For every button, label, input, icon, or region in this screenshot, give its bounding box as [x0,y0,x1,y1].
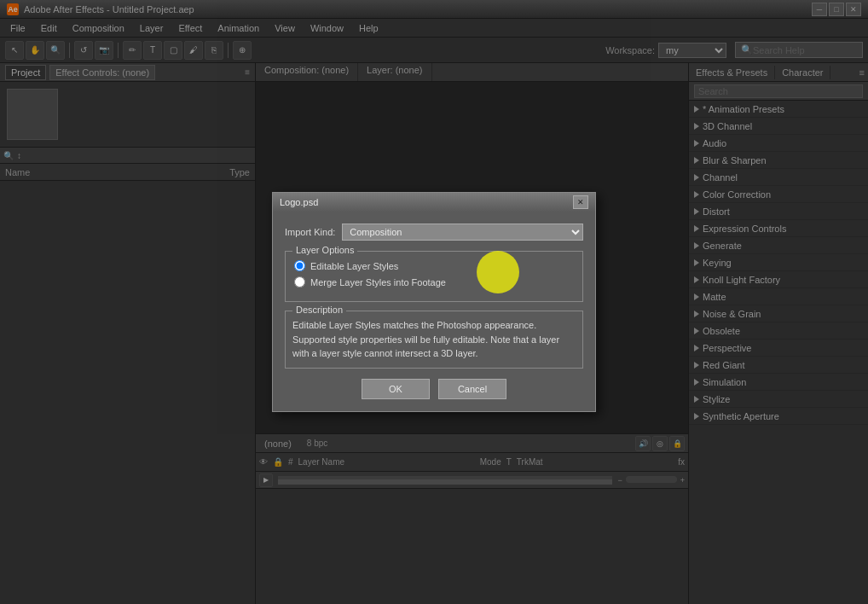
ok-button[interactable]: OK [362,379,430,399]
radio-editable[interactable] [294,260,305,271]
description-title: Description [292,305,346,315]
modal-body: Import Kind: Composition Footage Composi… [273,212,595,411]
cancel-button[interactable]: Cancel [438,379,506,399]
modal-title: Logo.psd [280,197,318,207]
radio-merge-row: Merge Layer Styles into Footage [294,276,574,287]
import-dialog: Logo.psd ✕ Import Kind: Composition Foot… [272,192,596,412]
radio-editable-label[interactable]: Editable Layer Styles [310,261,398,271]
modal-buttons: OK Cancel [285,379,583,399]
modal-titlebar: Logo.psd ✕ [273,193,595,212]
radio-merge-label[interactable]: Merge Layer Styles into Footage [310,277,446,287]
modal-close-button[interactable]: ✕ [573,195,588,209]
description-box: Description Editable Layer Styles matche… [285,311,583,369]
import-kind-row: Import Kind: Composition Footage Composi… [285,224,583,241]
modal-overlay: Logo.psd ✕ Import Kind: Composition Foot… [0,0,868,604]
radio-editable-row: Editable Layer Styles [294,260,574,271]
description-text: Editable Layer Styles matches the Photos… [292,318,576,361]
radio-merge[interactable] [294,276,305,287]
layer-options-title: Layer Options [292,245,357,255]
layer-options-group: Layer Options Editable Layer Styles Merg… [285,251,583,302]
import-kind-select[interactable]: Composition Footage Composition - Retain… [342,224,583,241]
import-kind-label: Import Kind: [285,227,335,237]
